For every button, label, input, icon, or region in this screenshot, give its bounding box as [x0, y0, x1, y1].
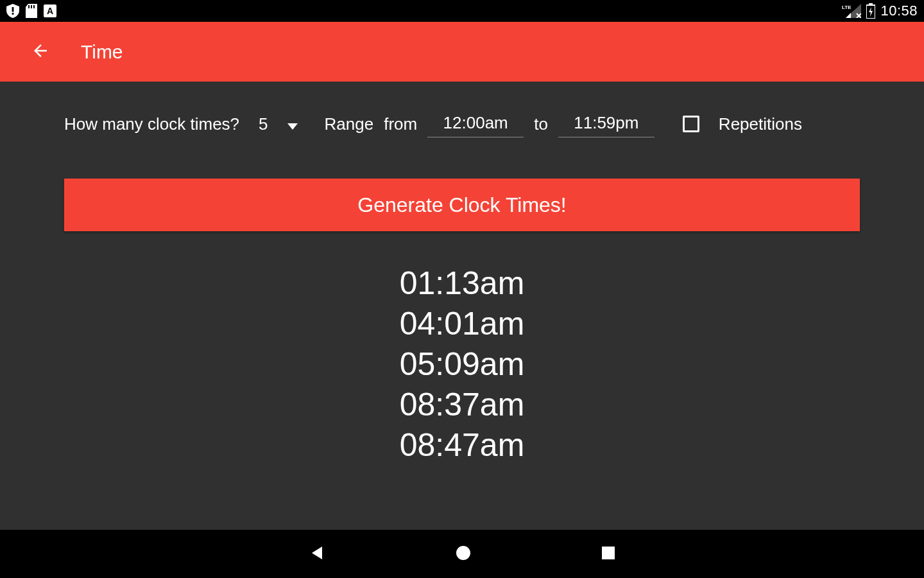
how-many-value: 5 [259, 114, 268, 134]
app-bar: Time [0, 22, 924, 82]
range-to-input[interactable] [558, 110, 654, 137]
sd-card-icon [26, 4, 37, 18]
nav-back-icon[interactable] [308, 544, 326, 565]
svg-point-10 [456, 546, 470, 560]
generate-button[interactable]: Generate Clock Times! [64, 179, 860, 231]
range-from-input[interactable] [427, 110, 524, 137]
nav-home-icon[interactable] [454, 544, 472, 565]
content-area: How many clock times? 5 Range from to Re… [0, 82, 924, 530]
back-icon[interactable] [31, 41, 50, 63]
repetitions-label: Repetitions [719, 114, 802, 134]
battery-charging-icon [866, 3, 875, 19]
result-item: 08:47am [64, 425, 860, 466]
nav-recent-icon[interactable] [601, 545, 616, 563]
result-item: 01:13am [64, 263, 860, 304]
to-label: to [534, 114, 548, 134]
letter-a-icon: A [44, 4, 56, 17]
system-nav-bar [0, 530, 924, 578]
how-many-label: How many clock times? [64, 114, 239, 134]
how-many-select[interactable]: 5 [259, 114, 297, 134]
page-title: Time [81, 41, 123, 63]
controls-row: How many clock times? 5 Range from to Re… [64, 110, 860, 137]
range-label: Range [325, 114, 374, 134]
svg-rect-3 [31, 5, 32, 8]
svg-rect-1 [12, 13, 14, 15]
results-list: 01:13am 04:01am 05:09am 08:37am 08:47am [64, 263, 860, 466]
lte-signal-icon: LTE [842, 4, 861, 18]
result-item: 04:01am [64, 304, 860, 344]
svg-rect-2 [28, 5, 30, 8]
dropdown-arrow-icon [287, 114, 298, 134]
result-item: 08:37am [64, 385, 860, 425]
result-item: 05:09am [64, 344, 860, 385]
svg-rect-0 [12, 7, 14, 12]
shield-icon [6, 4, 19, 18]
repetitions-checkbox[interactable] [683, 116, 699, 132]
from-label: from [384, 114, 417, 134]
status-clock: 10:58 [880, 3, 918, 19]
svg-text:LTE: LTE [842, 4, 851, 10]
status-bar: A LTE 10:58 [0, 0, 924, 22]
svg-text:A: A [47, 6, 53, 16]
svg-rect-4 [33, 5, 35, 8]
svg-rect-11 [602, 547, 615, 559]
